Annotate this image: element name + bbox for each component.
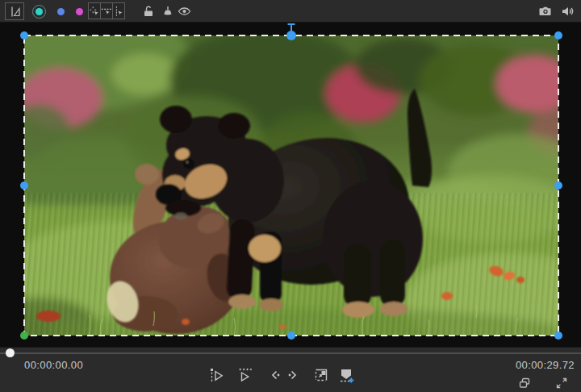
broom-icon	[161, 5, 173, 18]
mirror-compare-icon	[8, 5, 21, 18]
resize-handle-top-left[interactable]	[20, 31, 28, 40]
eye-icon	[178, 5, 191, 18]
snap-point-button[interactable]	[88, 2, 101, 19]
video-scene	[24, 35, 558, 336]
render-preview-button[interactable]	[311, 365, 331, 385]
fullscreen-button[interactable]	[554, 376, 569, 390]
volume-button[interactable]	[560, 4, 575, 19]
playback-bar: 00:00:00.00 00:00:29.72	[0, 347, 581, 392]
speaker-icon	[561, 5, 575, 18]
resize-handle-top-right[interactable]	[554, 31, 562, 40]
unlock-icon	[142, 5, 155, 18]
mask-point-magenta-button[interactable]	[74, 6, 84, 16]
duration-timecode: 00:00:29.72	[516, 359, 575, 371]
mask-point-cyan-button[interactable]	[31, 4, 46, 19]
previous-frame-button[interactable]	[267, 365, 283, 385]
seek-bar[interactable]	[0, 352, 581, 354]
current-timecode: 00:00:00.00	[24, 359, 83, 371]
snap-crosshair-cursor-icon	[89, 6, 100, 17]
step-back-icon	[268, 368, 282, 382]
resize-handle-top-center[interactable]	[286, 31, 296, 40]
lock-button[interactable]	[141, 4, 156, 19]
snap-vertical-cursor-icon	[113, 6, 124, 17]
snap-horizontal-button[interactable]	[100, 2, 113, 19]
mirror-compare-button[interactable]	[5, 2, 24, 20]
multi-view-button[interactable]	[517, 376, 532, 390]
preview-canvas[interactable]	[0, 23, 581, 347]
color-point-magenta-icon	[76, 8, 83, 15]
resize-handle-bottom-center[interactable]	[287, 332, 295, 340]
puppies-video-still	[24, 35, 558, 336]
video-frame[interactable]	[24, 35, 558, 336]
snap-horizontal-cursor-icon	[101, 6, 112, 17]
play-marked-icon	[237, 367, 253, 383]
video-preview-panel: 00:00:00.00 00:00:29.72	[0, 0, 581, 392]
render-area-icon	[313, 367, 329, 383]
resize-handle-right[interactable]	[554, 181, 562, 190]
step-forward-icon	[286, 368, 300, 382]
preview-toolbar	[0, 0, 581, 23]
visibility-button[interactable]	[177, 4, 192, 19]
duplicate-icon	[518, 377, 531, 390]
next-frame-button[interactable]	[285, 365, 301, 385]
snapshot-button[interactable]	[537, 4, 553, 19]
color-point-blue-icon	[57, 8, 65, 15]
clean-button[interactable]	[160, 4, 174, 19]
camera-icon	[538, 5, 552, 18]
play-marked-button[interactable]	[236, 365, 255, 385]
play-from-edge-icon	[209, 367, 225, 383]
add-marker-button[interactable]	[336, 365, 356, 385]
snap-vertical-button[interactable]	[112, 2, 125, 19]
playhead-knob[interactable]	[6, 348, 15, 357]
add-marker-icon	[338, 367, 355, 384]
mask-point-blue-button[interactable]	[56, 6, 65, 16]
play-from-edge-button[interactable]	[207, 365, 227, 385]
resize-handle-bottom-right[interactable]	[554, 332, 562, 340]
anchor-handle-bottom-left[interactable]	[20, 332, 28, 340]
resize-handle-left[interactable]	[20, 181, 28, 190]
color-point-cyan-icon	[32, 5, 46, 19]
fullscreen-icon	[555, 377, 568, 390]
